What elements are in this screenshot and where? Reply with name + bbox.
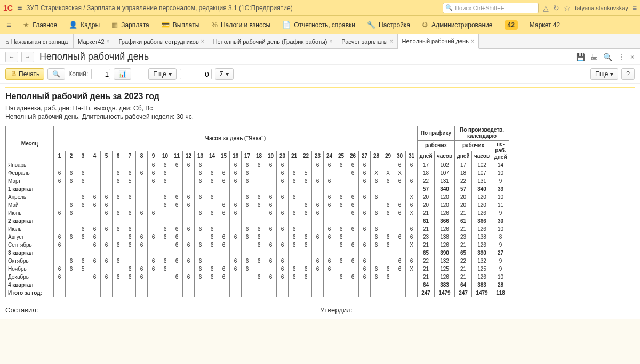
th-day: 16 [230, 151, 242, 161]
preview-button[interactable]: 🔍 [47, 68, 65, 80]
value-input[interactable] [180, 69, 212, 79]
print-label: Печать [19, 70, 39, 78]
th-day: 31 [406, 151, 418, 161]
table-row: Август6666666666666666666666623138231388 [6, 233, 509, 241]
close-icon[interactable]: × [471, 38, 474, 44]
market-label[interactable]: Маркет 42 [530, 21, 560, 29]
table-row: 1 квартал573405734033 [6, 185, 509, 193]
th-prod: По производств. календарю [455, 126, 509, 141]
nav-label: Зарплата [121, 21, 149, 29]
user-name[interactable]: tatyana.starikovskay [575, 5, 628, 11]
nav-label: Администрирование [431, 21, 492, 29]
tab-home[interactable]: ⌂ Начальная страница [0, 34, 74, 48]
tab-1[interactable]: Графики работы сотрудников × [114, 34, 209, 48]
th-day: 6 [113, 151, 124, 161]
tab-2[interactable]: Неполный рабочий день (График работы) × [209, 34, 338, 48]
nav-icon: ▦ [111, 21, 118, 29]
nav-item-6[interactable]: 🔧Настройка [367, 21, 410, 29]
nav-label: Отчетность, справки [294, 21, 355, 29]
close-icon[interactable]: × [329, 38, 332, 44]
search-icon: 🔍 [445, 4, 453, 11]
bell-icon[interactable]: △ [543, 4, 549, 12]
table-row: Апрель66666666666666666666Х201202012010 [6, 193, 509, 201]
back-button[interactable]: ← [5, 52, 18, 62]
print-button[interactable]: 🖶 Печать [5, 68, 44, 80]
nav-item-2[interactable]: ▦Зарплата [111, 21, 149, 29]
nav-icon: % [211, 21, 218, 29]
global-search[interactable]: 🔍 Поиск Ctrl+Shift+F [443, 3, 539, 13]
th-day: 20 [277, 151, 289, 161]
help-button[interactable]: ? [621, 68, 635, 80]
close-icon[interactable]: × [201, 38, 204, 44]
nav-item-4[interactable]: %Налоги и взносы [211, 21, 270, 29]
sum-button[interactable]: Σ ▾ [215, 68, 234, 80]
sig-approved: Утвердил: [320, 306, 635, 314]
th-day: 19 [265, 151, 277, 161]
star-icon[interactable]: ☆ [564, 4, 571, 12]
sigma-icon: Σ [220, 70, 223, 78]
close-icon[interactable]: × [107, 38, 110, 44]
forward-button[interactable]: → [21, 52, 34, 62]
th-day: 11 [171, 151, 183, 161]
tab-0[interactable]: Маркет42 × [74, 34, 114, 48]
table-row: Октябрь666666666666666666666622132221329 [6, 257, 509, 265]
market-badge[interactable]: 42 [505, 20, 518, 30]
th-rab2: рабочих [455, 141, 492, 151]
table-row: Май66666666666666666666201202012011 [6, 201, 509, 209]
tab-3[interactable]: Расчет зарплаты × [337, 34, 397, 48]
nav-icon: 👤 [69, 21, 77, 29]
nav-item-1[interactable]: 👤Кадры [69, 21, 100, 29]
th-hoursperday: Часов за день ("Явка") [54, 126, 418, 151]
th-day: 30 [394, 151, 406, 161]
table-row: Сентябрь666666666666666666666Х2112621126… [6, 241, 509, 249]
close-page-icon[interactable]: × [630, 53, 635, 61]
save-icon[interactable]: 💾 [576, 53, 585, 61]
table-row: Январь66666666666666666171021710214 [6, 161, 509, 169]
more2-button[interactable]: Еще ▾ [590, 68, 618, 80]
th-day: 12 [183, 151, 195, 161]
config-icon: 📊 [118, 70, 126, 78]
nav-item-5[interactable]: 📄Отчетность, справки [282, 21, 355, 29]
nav-icon: 📄 [282, 21, 291, 29]
tab-label: Маркет42 [78, 38, 104, 45]
report-heading: Неполный рабочий день за 2023 год [5, 92, 635, 101]
table-row: 3 квартал653906539027 [6, 249, 509, 257]
search-placeholder: Поиск Ctrl+Shift+F [455, 5, 504, 11]
th-day: 21 [289, 151, 300, 161]
nav-item-3[interactable]: 💳Выплаты [161, 21, 200, 29]
th-nerab: не-раб. дней [492, 141, 509, 161]
nav-item-7[interactable]: ⚙Администрирование [422, 21, 492, 29]
sections-menu-icon[interactable]: ≡ [6, 20, 11, 30]
close-icon[interactable]: × [390, 38, 393, 44]
dropdown-icon: ▾ [226, 70, 229, 78]
nav-item-0[interactable]: ★Главное [23, 21, 57, 29]
tab-label: Неполный рабочий день [402, 38, 469, 44]
th-day: 25 [335, 151, 347, 161]
nav-label: Главное [33, 21, 57, 29]
more-button[interactable]: Еще ▾ [148, 68, 176, 80]
history-icon[interactable]: ↻ [553, 4, 559, 12]
th-day: 3 [77, 151, 89, 161]
tab-label: Расчет зарплаты [341, 38, 388, 45]
th-day: 10 [159, 151, 171, 161]
user-menu-icon[interactable]: ≡ [633, 4, 637, 12]
copies-input[interactable] [91, 69, 110, 79]
tab-label: Неполный рабочий день (График работы) [213, 38, 327, 45]
config-button[interactable]: 📊 [114, 68, 131, 80]
table-row: 2 квартал613666136630 [6, 217, 509, 225]
tab-4[interactable]: Неполный рабочий день × [398, 34, 479, 49]
table-row: Март666656666666666666666622131221319 [6, 177, 509, 185]
th-day: 4 [89, 151, 101, 161]
th-day: 22 [300, 151, 312, 161]
menu-icon[interactable]: ≡ [17, 3, 22, 13]
find-icon[interactable]: 🔍 [603, 53, 612, 61]
nav-icon: ⚙ [422, 21, 428, 29]
more-icon[interactable]: ⋮ [618, 53, 625, 61]
th-day: 1 [54, 151, 66, 161]
th-day: 9 [148, 151, 159, 161]
nav-icon: ★ [23, 21, 29, 29]
table-row: Итого за год:24714792471479118 [6, 289, 509, 297]
nav-label: Налоги и взносы [221, 21, 270, 29]
print-icon[interactable]: 🖶 [590, 53, 598, 61]
printer-icon: 🖶 [10, 70, 17, 78]
